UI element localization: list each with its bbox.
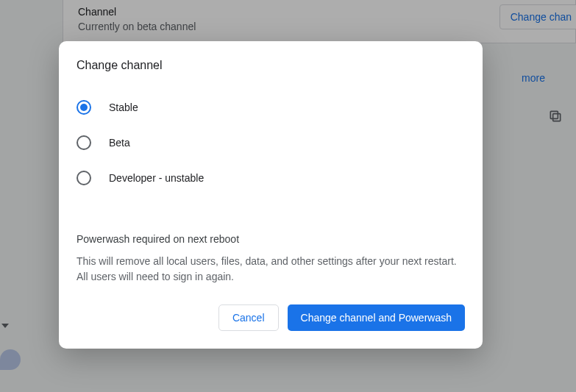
warning-heading: Powerwash required on next reboot [77, 233, 465, 245]
radio-label: Stable [109, 101, 138, 113]
warning-text: This will remove all local users, files,… [77, 254, 465, 285]
dialog-actions: Cancel Change channel and Powerwash [77, 304, 465, 331]
confirm-button[interactable]: Change channel and Powerwash [288, 304, 465, 331]
radio-icon [77, 135, 91, 150]
radio-icon [77, 100, 91, 115]
radio-label: Beta [109, 137, 130, 149]
cancel-button[interactable]: Cancel [218, 304, 279, 331]
radio-option-stable[interactable]: Stable [77, 90, 465, 125]
radio-option-beta[interactable]: Beta [77, 125, 465, 160]
change-channel-dialog: Change channel Stable Beta Developer - u… [59, 41, 483, 349]
dialog-title: Change channel [77, 59, 465, 72]
radio-label: Developer - unstable [109, 172, 204, 184]
radio-option-developer[interactable]: Developer - unstable [77, 160, 465, 196]
radio-icon [77, 171, 91, 185]
